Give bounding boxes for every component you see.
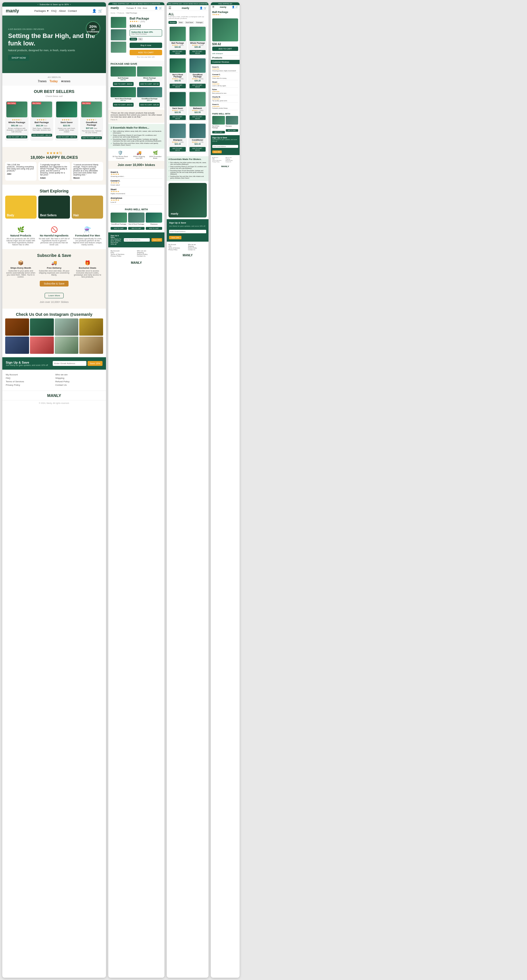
c2-thumb-3[interactable]: [110, 41, 126, 53]
add-to-cart-sack[interactable]: ADD TO CART - $22.53: [56, 135, 77, 138]
ig-post-2[interactable]: [30, 318, 54, 336]
c3-add-whole[interactable]: ADD TO CART - $35.48: [190, 50, 206, 55]
c2-goodroot-add-btn[interactable]: ADD TO CART - $35.28: [139, 103, 160, 107]
product-page-col: FREE SHIPPING $25 + 30 DAY MONEY-BACK GU…: [108, 2, 164, 978]
c2-footer-privacy[interactable]: Privacy Policy: [110, 255, 136, 257]
cart-icon[interactable]: 🛒: [98, 9, 102, 13]
c2-bc-products[interactable]: Products: [118, 12, 125, 14]
c2-pair2-btn[interactable]: ADD TO CART: [128, 227, 145, 230]
feature-natural-desc: All of our products are 99-100% natural …: [5, 238, 36, 246]
c2-cart-icon[interactable]: 🛒: [159, 6, 162, 10]
ig-post-8[interactable]: [79, 337, 103, 354]
c3-filter-shampoo[interactable]: Shampoo: [168, 21, 177, 24]
explore-hair[interactable]: Hair: [72, 196, 103, 219]
footer-contact[interactable]: Contact Us: [55, 384, 102, 386]
topbar-right-arrow[interactable]: ›: [70, 3, 71, 6]
c2-nav-about[interactable]: About: [142, 7, 147, 9]
learn-more-button[interactable]: Learn More: [45, 293, 64, 298]
explore-body[interactable]: Body: [5, 196, 37, 219]
c3-signup-btn[interactable]: Save 15%: [169, 236, 181, 239]
c3-cart-icon[interactable]: 🛒: [204, 6, 207, 10]
c3-add-goodroot[interactable]: ADD TO CART - $35.28: [190, 84, 206, 88]
footer-shipping[interactable]: Shipping: [55, 377, 102, 379]
c2-buy-btn[interactable]: Buy it now: [129, 43, 162, 48]
c4-ft-privacy[interactable]: Privacy Policy: [212, 161, 225, 162]
c3-signup-title: Sign Up & Save: [169, 221, 206, 224]
c3-filter-packages[interactable]: Packages: [195, 21, 204, 24]
signup-email-input[interactable]: [53, 361, 86, 366]
c2-subscribe-label[interactable]: Subscribe & Save 15%: [131, 31, 160, 33]
c2-signup-email[interactable]: [124, 238, 150, 242]
c2-whole-add-btn[interactable]: ADD TO CART - $47.62: [139, 82, 160, 86]
nav-contact[interactable]: Contact: [68, 10, 77, 13]
account-icon[interactable]: 👤: [92, 9, 96, 13]
c3-filter-sack[interactable]: Sack Saver: [185, 21, 194, 24]
c2-rev4-text: Love it!: [110, 201, 162, 203]
ig-post-5[interactable]: [5, 337, 29, 354]
ig-post-6[interactable]: [30, 337, 54, 354]
c4-signup-email[interactable]: [212, 145, 238, 148]
c3-add-ball[interactable]: ADD TO CART - $30.62: [169, 50, 186, 55]
footer-my-account[interactable]: My Account: [6, 373, 53, 376]
add-to-cart-whole[interactable]: ADD TO CART - $81.66: [6, 135, 27, 138]
footer-privacy[interactable]: Privacy Policy: [6, 384, 53, 386]
c2-pair3-btn[interactable]: ADD TO CART: [146, 227, 162, 230]
c2-size-250[interactable]: 250ml: [129, 38, 137, 41]
c3-ft-privacy[interactable]: Privacy Policy: [168, 249, 187, 251]
c2-signup-btn[interactable]: Save 15%: [152, 238, 162, 242]
c2-thumb-1[interactable]: [110, 17, 126, 28]
ig-post-1[interactable]: [5, 318, 29, 336]
c4-add-to-cart-btn[interactable]: ADD TO CART: [212, 46, 238, 51]
c4-pair2-img: [226, 116, 238, 124]
c4-pair2-btn[interactable]: ADD TO CART: [226, 129, 238, 132]
nav-packages[interactable]: Packages ▼: [34, 10, 49, 13]
footer-terms[interactable]: Terms of Services: [6, 380, 53, 383]
c4-ft-contact[interactable]: Contact Us: [225, 161, 238, 162]
ig-post-7[interactable]: [55, 337, 78, 354]
c4-signup-btn[interactable]: Save 15%: [212, 150, 222, 153]
c2-pair1-btn[interactable]: ADD TO CART: [110, 227, 127, 230]
c4-hamburger-icon[interactable]: ☰: [212, 6, 214, 8]
add-to-cart-gr[interactable]: ADD TO CART - $37.63: [81, 136, 102, 139]
c3-signup-input[interactable]: [169, 230, 206, 233]
c3-add-cond[interactable]: ADD TO CART - $24.44: [190, 147, 206, 151]
c3-ft-contact[interactable]: Contact Us: [188, 249, 207, 251]
c4-pair1-btn[interactable]: ADD TO CART: [212, 131, 225, 134]
c2-nav-packages[interactable]: Packages ▼: [126, 7, 136, 9]
c2-nutroot-pkg: Nut & Root Package $42.53 ADD TO CART - …: [110, 87, 136, 107]
c3-add-shampoo[interactable]: ADD TO CART - $24.44: [169, 147, 186, 151]
signup-submit-button[interactable]: Save 15%: [88, 361, 102, 366]
c3-add-sack[interactable]: ADD TO CART - $22.53: [169, 115, 186, 120]
c3-hamburger-icon[interactable]: ☰: [168, 6, 171, 10]
c2-ball-add-btn[interactable]: ADD TO CART - $30.62: [113, 82, 134, 86]
explore-sellers[interactable]: Best Sellers: [38, 196, 70, 219]
c4-rev5-text: Top quality, great scent.: [212, 100, 238, 102]
shop-now-button[interactable]: SHOP NOW: [8, 55, 29, 61]
ig-post-3[interactable]: [55, 318, 78, 336]
c4-cart-icon[interactable]: 🛒: [235, 6, 238, 8]
c2-add-to-cart-btn[interactable]: ADD TO CART: [129, 50, 162, 55]
c3-filter-wash[interactable]: Wash: [178, 21, 184, 24]
c2-size-1l[interactable]: 1L: [138, 38, 143, 41]
c2-nutroot-add-btn[interactable]: ADD TO CART - $42.53: [113, 103, 134, 107]
add-to-cart-ball[interactable]: ADD TO CART - $62.34: [31, 134, 53, 137]
nav-faq[interactable]: FAQ: [51, 10, 56, 13]
c2-footer-contact[interactable]: Contact Us: [137, 255, 163, 257]
topbar-left-arrow[interactable]: ‹: [37, 3, 38, 6]
c3-add-ballwash[interactable]: ADD TO CART - $22.53: [190, 115, 206, 120]
c2-nav-faq[interactable]: FAQ: [138, 7, 141, 9]
ig-post-4[interactable]: [79, 318, 103, 336]
topbar[interactable]: ‹ Subscribe & Save up to 30% ›: [2, 2, 106, 6]
footer-faq[interactable]: FAQ: [6, 377, 53, 379]
nav-about[interactable]: About: [59, 10, 65, 13]
subscribe-button[interactable]: Subscribe & Save: [40, 281, 69, 286]
c2-one-time-label[interactable]: One-Time Purchase: [131, 33, 160, 35]
c2-bc-home[interactable]: Home: [110, 12, 115, 14]
footer-who[interactable]: Who we are: [55, 373, 102, 376]
c2-account-icon[interactable]: 👤: [155, 6, 158, 10]
c3-account-icon[interactable]: 👤: [200, 6, 203, 10]
c3-add-nutroot[interactable]: ADD TO CART - $42.53: [169, 84, 186, 88]
footer-refund[interactable]: Refund Policy: [55, 380, 102, 383]
c2-thumb-2[interactable]: [110, 29, 126, 41]
c4-account-icon[interactable]: 👤: [232, 6, 235, 8]
